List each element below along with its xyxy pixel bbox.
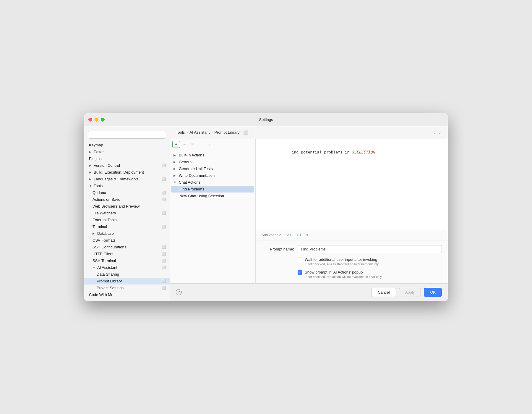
nav-forward-button[interactable]: › [438,129,442,136]
sidebar-item-build[interactable]: ▶ Build, Execution, Deployment [84,169,170,176]
tree-item-new-chat[interactable]: New Chat Using Selection [170,193,255,199]
toolbar: + − ⎘ ↑ ↓ [170,139,255,150]
tree-item-find-problems[interactable]: Find Problems [171,186,254,193]
sidebar-item-database[interactable]: ▶ Database [84,230,170,237]
tree-item-label: Built-In Actions [179,153,204,157]
chevron-down-icon: ▼ [89,184,93,187]
prompt-editor[interactable]: Find potential problems in $SELECTION [256,139,448,230]
sidebar-item-label: Tools [94,184,103,188]
tree-item-label: Chat Actions [179,180,200,185]
sidebar-item-data-sharing[interactable]: Data Sharing [84,271,170,278]
breadcrumb: Tools › AI Assistant › Prompt Library ⬜ [176,130,248,135]
sidebar-item-http-client[interactable]: HTTP Client ⬜ [84,250,170,257]
window-title: Settings [259,117,273,122]
tree-item-chat-actions[interactable]: ▼ Chat Actions [170,179,255,186]
panel-body: + − ⎘ ↑ ↓ ▶ Built-In Actions [170,139,448,283]
prompt-name-input[interactable] [298,245,442,253]
sidebar-item-plugins[interactable]: Plugins [84,155,170,162]
checkbox1-label: Wait for additional user input after inv… [305,257,379,262]
tree-list: ▶ Built-In Actions ▶ General ▶ Generate … [170,150,255,283]
chevron-right-icon: ▶ [89,171,93,174]
add-variable-label: Add variable: [262,233,282,237]
checkbox2-text-group: Show prompt in 'AI Actions' popup If not… [305,270,382,279]
sidebar-item-keymap[interactable]: Keymap [84,142,170,148]
tree-item-built-in-actions[interactable]: ▶ Built-In Actions [170,152,255,159]
checkbox1-hint: If not checked, AI Assistant will answer… [305,262,379,266]
sidebar-item-ai-assistant[interactable]: ▼ AI Assistant ⬜ [84,264,170,271]
prompt-name-row: Prompt name: [262,245,442,253]
sidebar-item-version-control[interactable]: ▶ Version Control ⬜ [84,162,170,169]
chevron-right-icon: ▶ [173,160,177,164]
sidebar-item-prompt-library[interactable]: Prompt Library ⬜ [84,278,170,284]
breadcrumb-separator: › [211,130,213,135]
repo-icon: ⬜ [162,259,166,263]
sidebar-item-terminal[interactable]: Terminal ⬜ [84,223,170,230]
search-input[interactable] [88,131,166,139]
tree-item-general[interactable]: ▶ General [170,159,255,165]
minimize-button[interactable] [95,118,98,122]
sidebar-item-label: Build, Execution, Deployment [94,170,144,174]
maximize-button[interactable] [101,118,105,122]
breadcrumb-ai-assistant[interactable]: AI Assistant [189,130,210,135]
close-button[interactable] [88,118,92,122]
sidebar-item-editor[interactable]: ▶ Editor [84,148,170,155]
sidebar-item-label: CSV Formats [93,238,116,242]
show-in-popup-checkbox[interactable] [298,270,302,275]
repo-icon: ⬜ [162,279,166,283]
chevron-right-icon: ▶ [93,232,96,235]
sidebar-item-qodana[interactable]: Qodana ⬜ [84,189,170,196]
prompt-name-label: Prompt name: [262,247,294,251]
checkbox2-row: Show prompt in 'AI Actions' popup If not… [262,270,442,279]
sidebar-item-ssh-terminal[interactable]: SSH Terminal ⬜ [84,257,170,264]
tree-item-write-documentation[interactable]: ▶ Write Documentation [170,172,255,179]
sidebar-item-label: Database [97,231,114,236]
sidebar-item-web-browsers[interactable]: Web Browsers and Preview [84,203,170,210]
sidebar-item-project-settings[interactable]: Project Settings ⬜ [84,284,170,291]
remove-button[interactable]: − [181,141,188,148]
sidebar-item-label: Terminal [93,224,107,229]
sidebar-item-actions-on-save[interactable]: Actions on Save ⬜ [84,196,170,203]
sidebar-item-label: Languages & Frameworks [94,177,139,181]
checkbox2-label: Show prompt in 'AI Actions' popup [305,270,382,274]
add-button[interactable]: + [172,141,180,148]
search-container: 🔍 [84,129,170,142]
tree-item-label: Write Documentation [179,173,215,178]
breadcrumb-prompt-library[interactable]: Prompt Library [214,130,239,135]
apply-button[interactable]: Apply [399,288,421,297]
repo-icon: ⬜ [162,245,166,249]
move-up-button[interactable]: ↑ [197,141,205,148]
traffic-lights [88,118,105,122]
sidebar-item-csv[interactable]: CSV Formats [84,237,170,244]
variable-selection-button[interactable]: $SELECTION [285,232,309,238]
sidebar-item-ssh-config[interactable]: SSH Configurations ⬜ [84,244,170,250]
move-down-button[interactable]: ↓ [205,141,213,148]
sidebar-item-label: Version Control [94,163,120,168]
sidebar-item-label: Editor [94,150,104,154]
sidebar-item-tools[interactable]: ▼ Tools [84,182,170,189]
cancel-button[interactable]: Cancel [372,288,396,297]
settings-window: Settings 🔍 Keymap ▶ Editor Plugins [84,113,448,301]
nav-back-button[interactable]: ‹ [432,129,436,136]
detail-panel: Find potential problems in $SELECTION Ad… [256,139,448,283]
nav-arrows: ‹ › [432,129,442,136]
repo-icon: ⬜ [162,266,166,269]
sidebar-item-code-with-me[interactable]: Code With Me [84,291,170,298]
titlebar: Settings [84,113,448,126]
breadcrumb-bar: Tools › AI Assistant › Prompt Library ⬜ … [170,126,448,139]
help-button[interactable]: ? [176,289,182,295]
chevron-down-icon: ▼ [173,181,177,184]
sidebar-item-languages[interactable]: ▶ Languages & Frameworks ⬜ [84,176,170,182]
sidebar-item-label: AI Assistant [97,265,117,270]
sidebar-item-label: File Watchers [93,211,116,215]
copy-button[interactable]: ⎘ [189,141,197,148]
prompt-text-before: Find potential problems in [289,150,352,154]
repo-icon: ⬜ [162,252,166,256]
tree-item-label: General [179,160,192,164]
sidebar-item-file-watchers[interactable]: File Watchers ⬜ [84,210,170,216]
sidebar-item-external-tools[interactable]: External Tools [84,216,170,223]
wait-for-input-checkbox[interactable] [298,258,302,262]
chevron-right-icon: ▶ [173,174,177,177]
breadcrumb-tools[interactable]: Tools [176,130,185,135]
ok-button[interactable]: OK [424,288,442,297]
tree-item-generate-unit-tests[interactable]: ▶ Generate Unit Tests [170,165,255,172]
